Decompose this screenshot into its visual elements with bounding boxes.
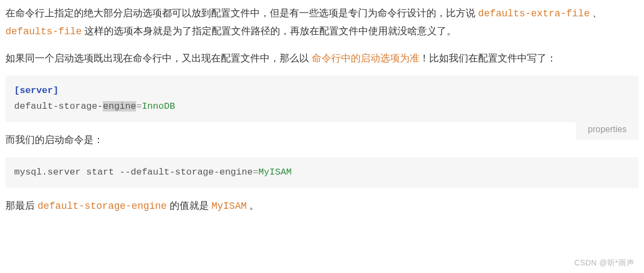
- text: 在命令行上指定的绝大部分启动选项都可以放到配置文件中，但是有一些选项是专门为命令…: [5, 8, 478, 18]
- text: 而我们的启动命令是：: [5, 134, 103, 145]
- code-inline-myisam: MyISAM: [212, 201, 247, 212]
- code-inline-option-name: default-storage-engine: [38, 201, 167, 212]
- code-inline-defaults-extra-file: defaults-extra-file: [478, 8, 590, 19]
- code-content: [server] default-storage-engine=InnoDB: [5, 76, 639, 122]
- paragraph-1: 在命令行上指定的绝大部分启动选项都可以放到配置文件中，但是有一些选项是专门为命令…: [5, 4, 639, 41]
- code-content: mysql.server start --default-storage-eng…: [5, 157, 639, 188]
- paragraph-3: 而我们的启动命令是：: [5, 131, 639, 148]
- command-text: mysql.server start --default-storage-eng…: [14, 167, 253, 177]
- code-block-command: mysql.server start --default-storage-eng…: [5, 157, 639, 188]
- text: ！比如我们在配置文件中写了：: [419, 53, 556, 64]
- text: 的值就是: [167, 200, 212, 211]
- code-block-config: [server] default-storage-engine=InnoDB p…: [5, 76, 639, 122]
- text: 那最后: [5, 200, 38, 211]
- text: 这样的选项本身就是为了指定配置文件路径的，再放在配置文件中使用就没啥意义了。: [82, 26, 456, 36]
- config-section: [server]: [14, 85, 59, 96]
- text: 如果同一个启动选项既出现在命令行中，又出现在配置文件中，那么以: [5, 53, 312, 64]
- config-key: default-storage-: [14, 101, 103, 111]
- command-eq: =: [253, 167, 258, 177]
- text: 。: [246, 200, 259, 211]
- language-tag: properties: [576, 120, 639, 140]
- text: 、: [590, 8, 602, 18]
- paragraph-2: 如果同一个启动选项既出现在命令行中，又出现在配置文件中，那么以 命令行中的启动选…: [5, 49, 639, 67]
- config-val: InnoDB: [142, 101, 175, 111]
- config-key-selected: engine: [103, 101, 136, 111]
- config-eq: =: [136, 101, 141, 111]
- paragraph-4: 那最后 default-storage-engine 的值就是 MyISAM 。: [5, 197, 639, 215]
- code-inline-defaults-file: defaults-file: [5, 26, 82, 37]
- highlight-cli-takes-precedence: 命令行中的启动选项为准: [312, 53, 419, 64]
- command-val: MyISAM: [258, 167, 292, 177]
